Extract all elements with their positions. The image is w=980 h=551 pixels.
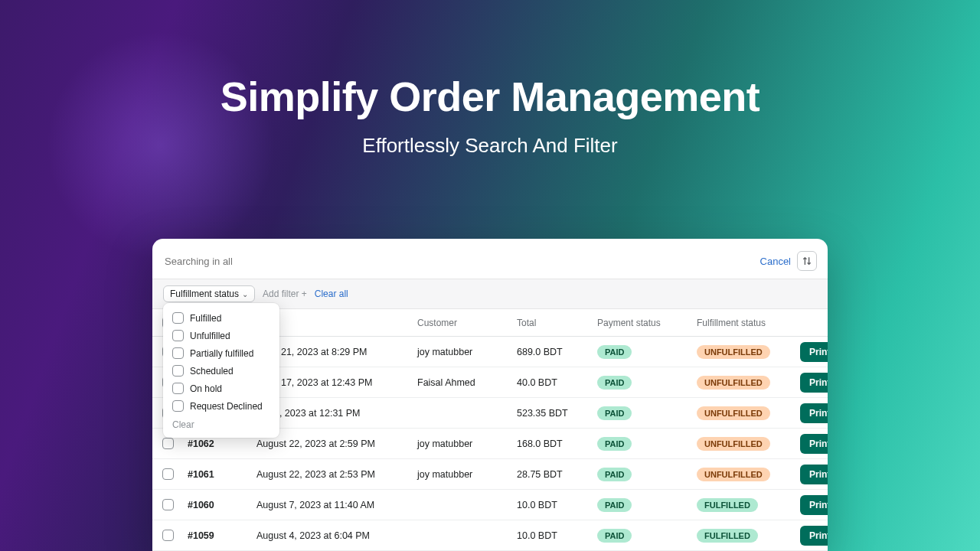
order-date: August 22, 2023 at 2:59 PM (252, 439, 413, 449)
payment-badge: PAID (597, 376, 632, 390)
order-id: #1062 (183, 439, 252, 449)
checkbox[interactable] (172, 383, 184, 394)
order-id: #1061 (183, 469, 252, 480)
fulfillment-badge: FULFILLED (697, 529, 758, 543)
fulfillment-status-popover: FulfilledUnfulfilledPartially fulfilledS… (163, 303, 279, 438)
order-total: 689.0 BDT (512, 347, 593, 357)
clear-all-button[interactable]: Clear all (315, 289, 348, 299)
payment-badge: PAID (597, 529, 632, 543)
order-total: 10.0 BDT (512, 500, 593, 510)
order-total: 28.75 BDT (512, 469, 593, 480)
order-customer: joy matubber (413, 347, 512, 357)
hero-subtitle: Effortlessly Search And Filter (0, 134, 980, 158)
row-checkbox[interactable] (162, 530, 174, 541)
order-id: #1059 (183, 530, 252, 541)
checkbox[interactable] (172, 312, 184, 324)
orders-card: Cancel Fulfillment status ⌄ Add filter +… (152, 239, 828, 551)
payment-badge: PAID (597, 406, 632, 420)
fulfillment-badge: UNFULFILLED (697, 345, 770, 359)
filter-option[interactable]: Scheduled (163, 362, 279, 380)
col-payment: Payment status (593, 318, 692, 328)
row-checkbox[interactable] (162, 499, 174, 510)
filter-option[interactable]: Partially fulfilled (163, 344, 279, 362)
checkbox[interactable] (172, 330, 184, 341)
payment-badge: PAID (597, 345, 632, 359)
checkbox[interactable] (172, 400, 184, 412)
popover-clear[interactable]: Clear (163, 415, 279, 433)
option-label: Scheduled (190, 366, 234, 377)
row-checkbox[interactable] (162, 438, 174, 449)
checkbox[interactable] (172, 365, 184, 377)
fulfillment-status-filter[interactable]: Fulfillment status ⌄ (163, 285, 255, 302)
cancel-button[interactable]: Cancel (760, 256, 791, 267)
order-customer: joy matubber (413, 439, 512, 449)
order-total: 168.0 BDT (512, 439, 593, 449)
print-button[interactable]: Print (800, 342, 828, 362)
filter-option[interactable]: On hold (163, 380, 279, 397)
order-id: #1060 (183, 500, 252, 510)
chevron-down-icon: ⌄ (242, 290, 248, 298)
option-label: On hold (190, 383, 222, 394)
add-filter-button[interactable]: Add filter + (263, 289, 307, 299)
payment-badge: PAID (597, 468, 632, 481)
payment-badge: PAID (597, 498, 632, 512)
table-row[interactable]: #1061August 22, 2023 at 2:53 PMjoy matub… (152, 459, 828, 490)
print-button[interactable]: Print (800, 465, 828, 484)
sort-icon (802, 256, 812, 266)
option-label: Request Declined (190, 401, 263, 412)
fulfillment-badge: UNFULFILLED (697, 376, 770, 390)
row-checkbox[interactable] (162, 468, 174, 480)
fulfillment-badge: UNFULFILLED (697, 437, 770, 451)
search-input[interactable] (163, 253, 760, 270)
order-total: 523.35 BDT (512, 408, 593, 419)
hero-title: Simplify Order Management (0, 73, 980, 120)
order-date: August 7, 2023 at 11:40 AM (252, 500, 413, 510)
print-button[interactable]: Print (800, 403, 828, 423)
table-row[interactable]: #1059August 4, 2023 at 6:04 PM10.0 BDTPA… (152, 520, 828, 551)
print-button[interactable]: Print (800, 495, 828, 515)
sort-button[interactable] (797, 251, 817, 271)
print-button[interactable]: Print (800, 373, 828, 393)
option-label: Unfulfilled (190, 331, 230, 341)
option-label: Fulfilled (190, 313, 221, 324)
order-customer: Faisal Ahmed (413, 377, 512, 388)
col-total: Total (512, 318, 593, 328)
fulfillment-badge: FULFILLED (697, 498, 758, 512)
order-date: August 22, 2023 at 2:53 PM (252, 469, 413, 480)
print-button[interactable]: Print (800, 526, 828, 546)
fulfillment-badge: UNFULFILLED (697, 468, 770, 481)
filter-option[interactable]: Request Declined (163, 397, 279, 415)
search-row: Cancel (152, 246, 828, 279)
option-label: Partially fulfilled (190, 348, 253, 359)
order-customer: joy matubber (413, 469, 512, 480)
filter-label: Fulfillment status (170, 289, 239, 299)
col-fulfillment: Fulfillment status (692, 318, 795, 328)
fulfillment-badge: UNFULFILLED (697, 406, 770, 420)
hero: Simplify Order Management Effortlessly S… (0, 73, 980, 158)
payment-badge: PAID (597, 437, 632, 451)
col-customer: Customer (413, 318, 512, 328)
order-total: 40.0 BDT (512, 377, 593, 388)
checkbox[interactable] (172, 347, 184, 359)
print-button[interactable]: Print (800, 434, 828, 454)
table-row[interactable]: #1060August 7, 2023 at 11:40 AM10.0 BDTP… (152, 490, 828, 520)
order-date: August 4, 2023 at 6:04 PM (252, 530, 413, 541)
filter-option[interactable]: Fulfilled (163, 309, 279, 327)
order-total: 10.0 BDT (512, 530, 593, 541)
filter-option[interactable]: Unfulfilled (163, 327, 279, 344)
